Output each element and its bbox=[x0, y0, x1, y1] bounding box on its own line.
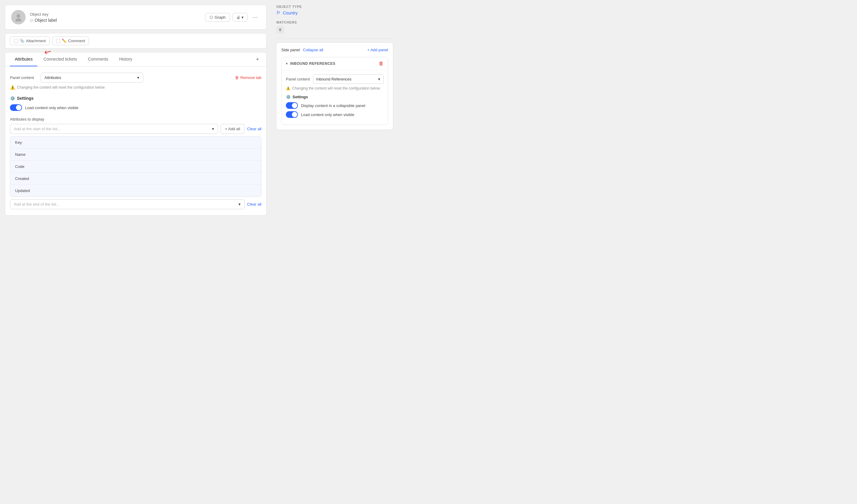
paperclip-icon: 📎 bbox=[20, 39, 24, 43]
add-end-placeholder: Add at the end of the list... bbox=[14, 202, 60, 207]
header-left: Object key ◇ Object label bbox=[11, 10, 57, 24]
accordion-delete-button[interactable]: 🗑 bbox=[379, 61, 384, 66]
list-item: Created bbox=[10, 173, 261, 185]
side-panel-title-row: Side panel Collapse all bbox=[281, 48, 323, 52]
svg-point-0 bbox=[17, 14, 20, 18]
panel-content-label: Panel content bbox=[10, 75, 34, 80]
acc-load-visible-label: Load content only when visible bbox=[301, 112, 354, 117]
add-all-button[interactable]: + Add all bbox=[220, 124, 245, 134]
display-collapsible-toggle[interactable] bbox=[286, 102, 298, 109]
settings-label: Settings bbox=[17, 96, 33, 101]
load-visible-toggle[interactable] bbox=[10, 104, 22, 111]
clear-all-top-label: Clear all bbox=[247, 127, 262, 131]
panel-content-select[interactable]: Attributes ▾ bbox=[41, 73, 143, 83]
side-panel-title: Side panel bbox=[281, 48, 300, 52]
label-icon: ◇ bbox=[30, 18, 33, 23]
more-button[interactable]: ⋯ bbox=[250, 13, 260, 22]
settings-section: ⚙️ Settings Load content only when visib… bbox=[10, 96, 262, 111]
object-key: Object key bbox=[30, 12, 57, 17]
inbound-references-accordion: ▾ INBOUND REFERENCES 🗑 Panel content Inb… bbox=[281, 57, 388, 125]
object-info: Object key ◇ Object label bbox=[30, 12, 57, 23]
header-card: Object key ◇ Object label ⬡ Graph 🖨 ▾ ⋯ bbox=[5, 5, 267, 30]
print-button[interactable]: 🖨 ▾ bbox=[233, 13, 248, 22]
watchers-section: WATCHERS 0 bbox=[276, 20, 393, 34]
chevron-down-icon3: ▾ bbox=[238, 202, 241, 207]
action-bar: 📎 Attachment ✏️ Comment ↙ bbox=[5, 33, 267, 49]
acc-warning: ⚠️ Changing the content will reset the c… bbox=[286, 86, 384, 90]
chevron-down-icon: ▾ bbox=[241, 15, 243, 20]
acc-panel-select[interactable]: Inbound References ▾ bbox=[313, 74, 384, 84]
attributes-label: Attributes to display bbox=[10, 117, 262, 121]
tab-history[interactable]: History bbox=[114, 52, 137, 66]
comment-label: Comment bbox=[68, 39, 85, 43]
settings-title: ⚙️ Settings bbox=[10, 96, 262, 101]
warning-row: ⚠️ Changing the content will reset the c… bbox=[10, 85, 262, 90]
object-type-section: OBJECT TYPE 🏳 Country bbox=[276, 5, 393, 16]
tab-comments[interactable]: Comments bbox=[83, 52, 113, 66]
avatar bbox=[11, 10, 26, 24]
accordion-title: INBOUND REFERENCES bbox=[290, 62, 335, 66]
add-start-placeholder: Add at the start of the list... bbox=[14, 127, 61, 131]
acc-load-visible-toggle-row: Load content only when visible bbox=[286, 111, 384, 118]
svg-point-1 bbox=[15, 18, 21, 21]
clear-all-bottom-button[interactable]: Clear all bbox=[247, 202, 262, 207]
add-end-search[interactable]: Add at the end of the list... ▾ bbox=[10, 199, 245, 209]
object-label-text: Object label bbox=[35, 18, 57, 23]
load-visible-toggle-row: Load content only when visible bbox=[10, 104, 262, 111]
collapse-all-label: Collapse all bbox=[303, 48, 323, 52]
add-all-label: + Add all bbox=[225, 127, 240, 131]
collapse-all-button[interactable]: Collapse all bbox=[303, 48, 323, 52]
warning-icon2: ⚠️ bbox=[286, 86, 290, 90]
list-item: Key bbox=[10, 137, 261, 149]
warning-icon: ⚠️ bbox=[10, 85, 15, 90]
accordion-header[interactable]: ▾ INBOUND REFERENCES 🗑 bbox=[282, 57, 388, 70]
clear-all-bottom-label: Clear all bbox=[247, 202, 262, 207]
add-end-row: Add at the end of the list... ▾ Clear al… bbox=[10, 199, 262, 209]
add-tab-button[interactable]: + bbox=[253, 54, 262, 65]
attachment-button[interactable]: 📎 Attachment bbox=[10, 36, 50, 45]
header-actions: ⬡ Graph 🖨 ▾ ⋯ bbox=[205, 13, 260, 22]
tabs-card: Attributes Connected tickets Comments Hi… bbox=[5, 52, 267, 215]
add-start-search[interactable]: Add at the start of the list... ▾ bbox=[10, 124, 218, 134]
right-panel: OBJECT TYPE 🏳 Country WATCHERS 0 Side pa… bbox=[271, 0, 398, 504]
watchers-label: WATCHERS bbox=[276, 20, 393, 24]
print-icon: 🖨 bbox=[236, 15, 240, 20]
trash-icon: 🗑 bbox=[235, 75, 239, 80]
add-panel-label: + Add panel bbox=[367, 48, 388, 52]
graph-button[interactable]: ⬡ Graph bbox=[205, 13, 230, 22]
attributes-section: Attributes to display Add at the start o… bbox=[10, 117, 262, 209]
acc-settings-title: ⚙️ Settings bbox=[286, 95, 384, 99]
display-collapsible-toggle-row: Display content in a collapsible panel bbox=[286, 102, 384, 109]
acc-settings-label: Settings bbox=[292, 95, 308, 99]
accordion-title-row: ▾ INBOUND REFERENCES bbox=[286, 62, 335, 66]
chevron-down-icon2: ▾ bbox=[212, 127, 214, 131]
acc-panel-label: Panel content bbox=[286, 77, 310, 81]
load-visible-label: Load content only when visible bbox=[25, 105, 79, 110]
list-item: Name bbox=[10, 149, 261, 161]
comment-button[interactable]: ✏️ Comment bbox=[52, 36, 89, 45]
panel-content-row: Panel content Attributes ▾ 🗑 Remove tab bbox=[10, 73, 262, 83]
object-type-label: OBJECT TYPE bbox=[276, 5, 393, 8]
checkbox-icon2 bbox=[56, 39, 60, 43]
clear-all-top-button[interactable]: Clear all bbox=[247, 127, 262, 131]
graph-icon: ⬡ bbox=[209, 15, 213, 20]
country-flag-icon: 🏳 bbox=[276, 10, 281, 16]
chevron-down-icon4: ▾ bbox=[286, 62, 288, 66]
tab-attributes[interactable]: Attributes bbox=[10, 52, 37, 66]
panel-content-value: Attributes bbox=[45, 75, 61, 80]
list-item: Updated bbox=[10, 185, 261, 196]
remove-tab-button[interactable]: 🗑 Remove tab bbox=[235, 75, 262, 80]
acc-load-visible-toggle[interactable] bbox=[286, 111, 298, 118]
side-panel-header: Side panel Collapse all + Add panel bbox=[281, 48, 388, 52]
display-collapsible-label: Display content in a collapsible panel bbox=[301, 103, 365, 108]
gear-icon2: ⚙️ bbox=[286, 95, 291, 99]
add-panel-button[interactable]: + Add panel bbox=[367, 48, 388, 52]
attribute-list: Key Name Code Created Updated bbox=[10, 136, 262, 197]
acc-warning-text: Changing the content will reset the conf… bbox=[292, 86, 380, 90]
acc-panel-value: Inbound References bbox=[316, 77, 352, 81]
remove-tab-label: Remove tab bbox=[240, 75, 262, 80]
checkbox-icon bbox=[14, 39, 18, 43]
chevron-down-icon5: ▾ bbox=[378, 77, 380, 81]
tabs-body: Panel content Attributes ▾ 🗑 Remove tab … bbox=[5, 67, 266, 215]
object-type-value[interactable]: 🏳 Country bbox=[276, 10, 393, 16]
